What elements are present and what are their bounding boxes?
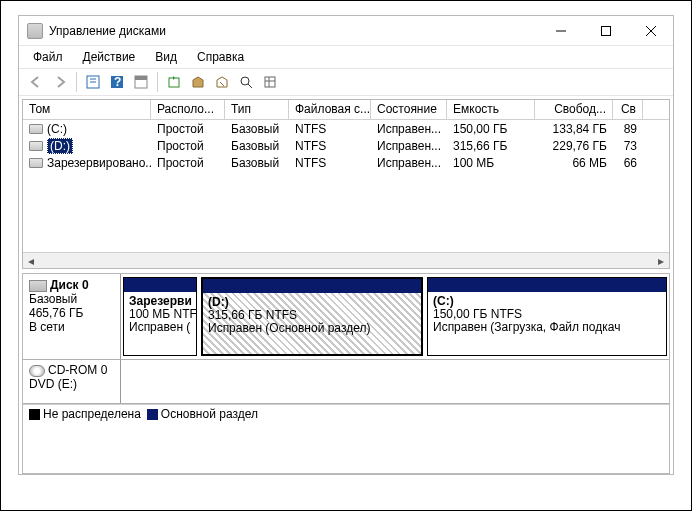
legend: Не распределена Основной раздел [23,404,669,422]
svg-rect-15 [265,77,275,87]
window-title: Управление дисками [49,24,538,38]
menu-file[interactable]: Файл [25,48,71,66]
col-layout[interactable]: Располо... [151,100,225,119]
cdrom-row: CD-ROM 0 DVD (E:) [23,360,669,404]
menubar: Файл Действие Вид Справка [19,46,673,68]
volume-icon [29,124,43,134]
disk-info[interactable]: Диск 0 Базовый 465,76 ГБ В сети [23,274,121,359]
column-headers: Том Располо... Тип Файловая с... Состоян… [23,100,669,120]
volume-icon [29,158,43,168]
menu-action[interactable]: Действие [75,48,144,66]
maximize-button[interactable] [583,16,628,45]
volume-list: Том Располо... Тип Файловая с... Состоян… [22,99,670,269]
disk-management-window: Управление дисками Файл Действие Вид Спр… [18,15,674,475]
disk-graphics: Диск 0 Базовый 465,76 ГБ В сети Зарезерв… [22,273,670,474]
forward-button[interactable] [49,71,71,93]
svg-line-12 [220,82,224,86]
action2-button[interactable] [211,71,233,93]
partition-reserved[interactable]: Зарезерви 100 МБ NTF Исправен ( [123,277,197,356]
col-type[interactable]: Тип [225,100,289,119]
back-button[interactable] [25,71,47,93]
col-freepct[interactable]: Св [613,100,643,119]
col-volume[interactable]: Том [23,100,151,119]
svg-point-13 [241,77,249,85]
help-icon[interactable]: ? [106,71,128,93]
svg-rect-11 [169,78,179,87]
toolbar: ? [19,68,673,96]
partition-d-selected[interactable]: (D:) 315,66 ГБ NTFS Исправен (Основной р… [201,277,423,356]
col-free[interactable]: Свобод... [535,100,613,119]
scroll-right-icon[interactable]: ▸ [653,254,669,268]
scroll-left-icon[interactable]: ◂ [23,254,39,268]
refresh-button[interactable] [163,71,185,93]
disk-icon [29,280,47,292]
svg-text:?: ? [114,75,121,89]
volume-row-selected[interactable]: (D:) Простой Базовый NTFS Исправен... 31… [23,137,669,154]
minimize-button[interactable] [538,16,583,45]
volume-row[interactable]: (C:) Простой Базовый NTFS Исправен... 15… [23,120,669,137]
view-button[interactable] [130,71,152,93]
close-button[interactable] [628,16,673,45]
col-status[interactable]: Состояние [371,100,447,119]
partition-c[interactable]: (C:) 150,00 ГБ NTFS Исправен (Загрузка, … [427,277,667,356]
col-filesystem[interactable]: Файловая с... [289,100,371,119]
legend-unallocated: Не распределена [29,407,141,421]
menu-view[interactable]: Вид [147,48,185,66]
volume-row[interactable]: Зарезервировано... Простой Базовый NTFS … [23,154,669,171]
menu-help[interactable]: Справка [189,48,252,66]
settings-button[interactable] [259,71,281,93]
col-capacity[interactable]: Емкость [447,100,535,119]
legend-primary: Основной раздел [147,407,258,421]
horizontal-scrollbar[interactable]: ◂ ▸ [23,252,669,268]
svg-line-14 [248,84,252,88]
svg-rect-10 [135,76,147,80]
disk-row: Диск 0 Базовый 465,76 ГБ В сети Зарезерв… [23,274,669,360]
svg-rect-1 [601,26,610,35]
properties-button[interactable] [82,71,104,93]
cdrom-info[interactable]: CD-ROM 0 DVD (E:) [23,360,121,403]
search-icon[interactable] [235,71,257,93]
volume-icon [29,141,43,151]
action1-button[interactable] [187,71,209,93]
app-icon [27,23,43,39]
cdrom-icon [29,365,45,377]
titlebar: Управление дисками [19,16,673,46]
